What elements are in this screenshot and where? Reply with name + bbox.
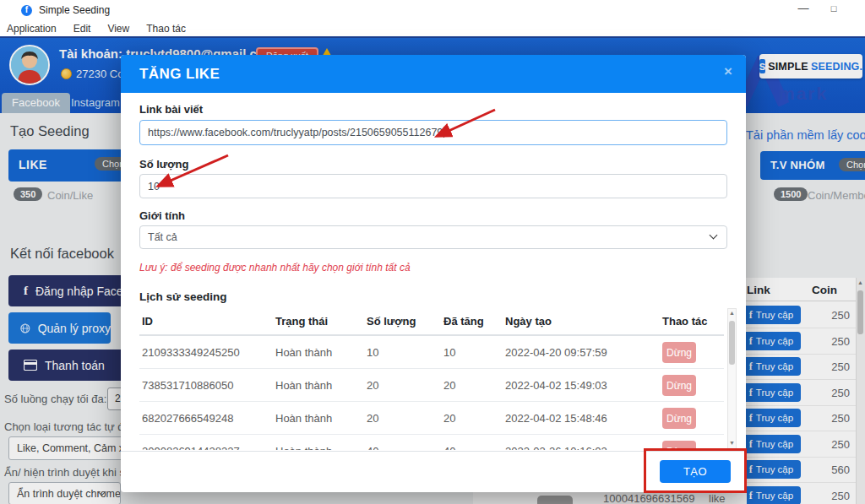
scroll-down-icon[interactable]: ▼ [729, 440, 735, 446]
app-facebook-icon: f [21, 5, 32, 16]
row-quantity: 20 [367, 412, 378, 425]
history-row: 2090836914428227 Hoàn thành 40 40 2022-0… [139, 435, 724, 450]
row-status: Hoàn thành [275, 412, 332, 425]
seeding-note: Lưu ý: để seeding được nhanh nhất hãy ch… [139, 262, 411, 274]
row-increased: 20 [443, 412, 455, 425]
history-row: 738531710886050 Hoàn thành 20 20 2022-04… [139, 369, 724, 402]
quantity-input[interactable]: 10 [139, 174, 727, 198]
history-row: 682027666549248 Hoàn thành 20 20 2022-04… [139, 402, 724, 435]
tang-like-modal: TĂNG LIKE × Link bài viết https://www.fa… [121, 55, 746, 492]
col-status: Trạng thái [275, 315, 328, 328]
col-action: Thao tác [662, 315, 707, 328]
link-input-value: https://www.facebook.com/truclyyatp/post… [148, 127, 443, 138]
gender-select[interactable]: Tất cả [139, 225, 727, 249]
annotation-highlight-box [644, 448, 747, 493]
col-created: Ngày tạo [505, 315, 552, 328]
col-quantity: Số lượng [367, 315, 416, 328]
row-status: Hoàn thành [275, 379, 332, 392]
quantity-field-label: Số lượng [139, 158, 188, 171]
row-id: 2090836914428227 [142, 445, 240, 450]
link-field-label: Link bài viết [139, 103, 203, 116]
close-icon[interactable]: × [724, 64, 732, 79]
gender-select-value: Tất cả [148, 231, 177, 243]
row-status: Hoàn thành [275, 445, 332, 450]
modal-title: TĂNG LIKE [139, 66, 220, 83]
row-quantity: 20 [367, 379, 378, 392]
row-increased: 40 [443, 445, 455, 450]
maximize-button[interactable]: □ [824, 3, 843, 14]
link-input[interactable]: https://www.facebook.com/truclyyatp/post… [139, 120, 727, 145]
menu-edit[interactable]: Edit [73, 23, 91, 35]
menubar: Application Edit View Thao tác [0, 20, 865, 36]
app-window: f Simple Seeding — □ Application Edit Vi… [0, 0, 865, 504]
row-id: 682027666549248 [142, 412, 233, 425]
row-increased: 20 [443, 379, 455, 392]
stop-button[interactable]: Dừng [662, 408, 696, 429]
stop-button[interactable]: Dừng [662, 342, 696, 363]
gender-field-label: Giới tính [139, 209, 185, 222]
row-created: 2022-03-26 10:16:02 [505, 445, 607, 450]
row-id: 738531710886050 [142, 379, 233, 392]
row-increased: 10 [443, 346, 455, 359]
row-quantity: 10 [367, 346, 378, 359]
menu-thao-tac[interactable]: Thao tác [146, 23, 186, 35]
history-table: ID Trạng thái Số lượng Đã tăng Ngày tạo … [139, 308, 724, 450]
scroll-up-icon[interactable]: ▲ [729, 310, 735, 316]
menu-application[interactable]: Application [7, 23, 57, 35]
row-created: 2022-04-02 15:49:03 [505, 379, 607, 392]
row-created: 2022-04-02 15:48:46 [505, 412, 607, 425]
history-scrollbar-thumb[interactable] [729, 321, 735, 365]
minimize-button[interactable]: — [794, 2, 813, 14]
row-status: Hoàn thành [275, 346, 332, 359]
window-title: Simple Seeding [39, 4, 110, 16]
row-created: 2022-04-20 09:57:59 [505, 346, 607, 359]
quantity-input-value: 10 [148, 181, 160, 192]
history-table-header: ID Trạng thái Số lượng Đã tăng Ngày tạo … [139, 308, 724, 336]
history-heading: Lịch sử seeding [139, 290, 227, 303]
row-quantity: 40 [367, 445, 378, 450]
row-id: 2109333349245250 [142, 346, 240, 359]
text-caret [443, 127, 444, 138]
history-row: 2109333349245250 Hoàn thành 10 10 2022-0… [139, 336, 724, 369]
col-id: ID [142, 315, 153, 328]
menu-view[interactable]: View [107, 23, 129, 35]
stop-button[interactable]: Dừng [662, 375, 696, 396]
modal-header: TĂNG LIKE × [121, 55, 746, 93]
col-increased: Đã tăng [443, 315, 484, 328]
titlebar: f Simple Seeding — □ [0, 0, 865, 20]
